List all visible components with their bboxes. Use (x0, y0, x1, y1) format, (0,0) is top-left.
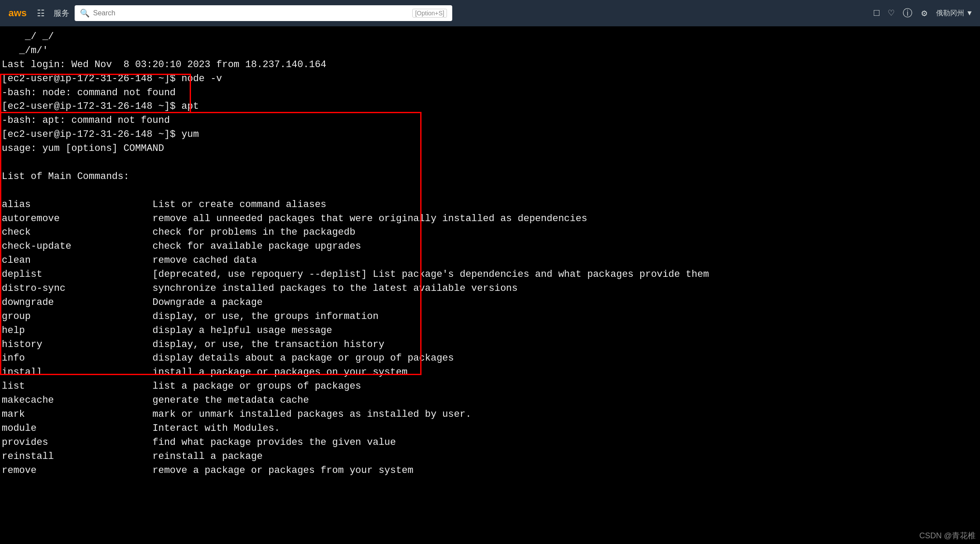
region-selector[interactable]: 俄勒冈州 ▼ (936, 9, 973, 18)
search-bar[interactable]: 🔍 [Option+S] (75, 5, 452, 21)
aws-logo[interactable]: aws (7, 7, 28, 20)
help-icon[interactable]: ⓘ (903, 7, 912, 20)
settings-icon[interactable]: ⚙ (921, 7, 927, 19)
terminal-window: _/ _/ _/m/' Last login: Wed Nov 8 03:20:… (0, 26, 980, 544)
bell-icon[interactable]: ♡ (888, 7, 894, 19)
search-shortcut: [Option+S] (412, 9, 447, 18)
grid-icon[interactable]: ☷ (33, 6, 48, 21)
aws-nav-bar: aws ☷ 服务 🔍 [Option+S] □ ♡ ⓘ ⚙ 俄勒冈州 ▼ (0, 0, 980, 26)
terminal-icon[interactable]: □ (874, 8, 879, 19)
search-icon: 🔍 (80, 8, 90, 18)
nav-icons: □ ♡ ⓘ ⚙ 俄勒冈州 ▼ (874, 7, 973, 20)
aws-logo-text: aws (8, 7, 27, 19)
watermark: CSDN @青花椎 (919, 530, 976, 541)
search-input[interactable] (93, 9, 409, 17)
terminal-output: _/ _/ _/m/' Last login: Wed Nov 8 03:20:… (2, 30, 978, 478)
services-label[interactable]: 服务 (54, 8, 69, 18)
